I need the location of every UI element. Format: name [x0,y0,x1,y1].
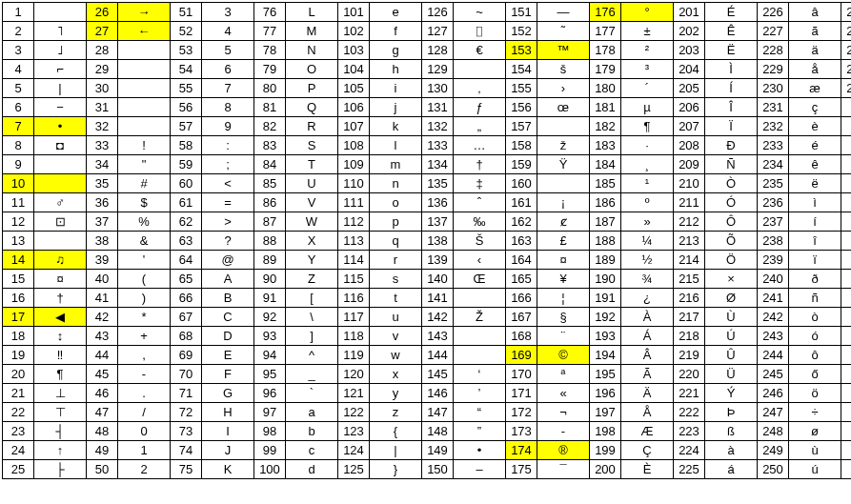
code-cell: 199 [590,441,621,460]
code-cell: 33 [87,136,118,155]
char-cell: = [202,193,254,212]
char-cell: M [286,22,338,41]
char-cell: ˆ [454,193,506,212]
char-cell: ° [621,3,674,22]
code-cell: 3 [3,41,34,60]
char-cell: h [370,60,422,79]
char-cell: O [286,60,338,79]
char-cell: ® [537,441,590,460]
char-cell: ^ [286,346,338,365]
char-cell: F [202,365,254,384]
char-cell: – [454,460,506,479]
char-cell: * [118,308,171,327]
code-cell: 67 [171,308,202,327]
char-cell: x [370,365,422,384]
code-cell: 200 [590,460,621,479]
char-cell: k [370,117,422,136]
code-cell: 138 [422,232,454,251]
char-cell: ” [454,422,506,441]
char-cell: ª [537,365,590,384]
code-cell: 98 [254,422,286,441]
code-cell: 19 [3,346,34,365]
code-cell: 206 [674,98,705,117]
char-cell: ` [286,384,338,403]
char-cell: Ó [705,193,758,212]
code-cell: 29 [87,60,118,79]
char-cell [118,41,171,60]
char-cell: b [286,422,338,441]
char-cell: u [370,308,422,327]
code-cell: 174 [506,441,537,460]
code-cell: 193 [590,327,621,346]
code-cell: 234 [758,155,789,174]
code-cell [841,98,852,117]
code-cell: 9 [3,155,34,174]
code-cell: 254 [841,60,852,79]
code-cell: 207 [674,117,705,136]
char-cell: ð [789,270,841,289]
char-cell: G [202,384,254,403]
code-cell: 10 [3,174,34,193]
code-cell: 1 [3,3,34,22]
char-cell: I [202,422,254,441]
char-cell: e [370,3,422,22]
char-cell: ´ [621,79,674,98]
code-cell: 205 [674,79,705,98]
char-cell: @ [202,251,254,270]
code-cell: 129 [422,60,454,79]
code-cell: 113 [338,232,370,251]
code-cell: 162 [506,212,537,232]
char-cell: m [370,155,422,174]
char-cell: p [370,212,422,232]
char-cell [118,79,171,98]
code-cell: 165 [506,270,537,289]
char-cell: º [621,193,674,212]
code-cell: 213 [674,232,705,251]
char-cell: á [705,460,758,479]
code-cell: 189 [590,251,621,270]
char-cell: ¬ [537,403,590,422]
char-cell: € [454,41,506,60]
char-cell: → [118,3,171,22]
char-cell: E [202,346,254,365]
char-cell: Ö [705,251,758,270]
code-cell: 75 [171,460,202,479]
char-cell: § [537,308,590,327]
code-cell: 84 [254,155,286,174]
code-cell: 241 [758,289,789,308]
char-cell: ' [118,251,171,270]
code-cell: 153 [506,41,537,60]
code-cell: 239 [758,251,789,270]
char-cell: _ [286,365,338,384]
code-cell: 121 [338,384,370,403]
char-cell: % [118,212,171,232]
char-cell: 3 [202,3,254,22]
code-cell: 230 [758,79,789,98]
code-cell: 252 [841,22,852,41]
char-cell: v [370,327,422,346]
char-cell: ã [789,22,841,41]
code-cell: 91 [254,289,286,308]
char-cell: ¡ [537,193,590,212]
code-cell: 105 [338,79,370,98]
char-cell: } [370,460,422,479]
code-cell: 96 [254,384,286,403]
code-cell: 71 [171,384,202,403]
code-cell: 46 [87,384,118,403]
code-cell: 125 [338,460,370,479]
code-cell: 237 [758,212,789,232]
char-cell: » [621,212,674,232]
code-cell: 123 [338,422,370,441]
code-cell: 27 [87,22,118,41]
char-cell [118,98,171,117]
code-cell: 106 [338,98,370,117]
code-cell: 85 [254,174,286,193]
code-cell: 28 [87,41,118,60]
code-cell: 78 [254,41,286,60]
code-cell: 140 [422,270,454,289]
char-cell: « [537,384,590,403]
code-cell: 45 [87,365,118,384]
char-cell: D [202,327,254,346]
char-cell: ȼ [537,212,590,232]
code-cell: 175 [506,460,537,479]
